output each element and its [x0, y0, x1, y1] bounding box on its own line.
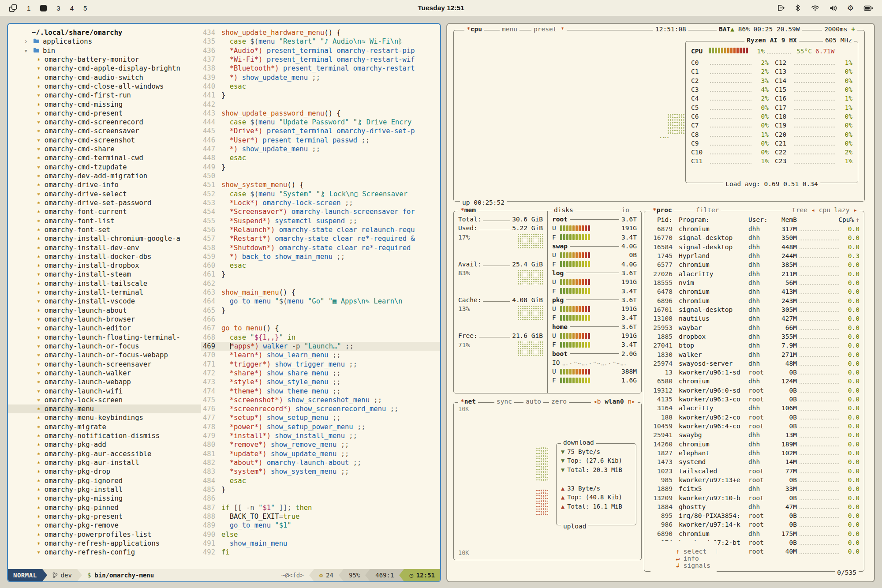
code-line-492[interactable]: 492fi: [201, 548, 440, 557]
tree-item-omarchy-pkg-pinned[interactable]: ∗omarchy-pkg-pinned: [8, 503, 201, 512]
process-row-27026[interactable]: 27026alacrittydhh211M0.0: [649, 270, 860, 278]
tree-item-omarchy-cmd-tzupdate[interactable]: ∗omarchy-cmd-tzupdate: [8, 163, 201, 172]
tree-item-omarchy-pkg-aur-accessible[interactable]: ∗omarchy-pkg-aur-accessible: [8, 449, 201, 458]
process-row-6478[interactable]: 6478chromiumdhh413M0.0: [649, 287, 860, 296]
code-line-475[interactable]: 475 *screenshot*) show_screenshot_menu ;…: [201, 396, 440, 404]
volume-icon[interactable]: [829, 4, 837, 12]
tree-item-omarchy-install-steam[interactable]: ∗omarchy-install-steam: [8, 270, 201, 279]
code-line-463[interactable]: 463show_main_menu() {: [201, 288, 440, 297]
tree-item-omarchy-launch-or-focus-webapp[interactable]: ∗omarchy-launch-or-focus-webapp: [8, 351, 201, 360]
code-line-470[interactable]: 470 *learn*) show_learn_menu ;;: [201, 351, 440, 360]
process-row-6879[interactable]: 6879chromiumdhh317M0.0: [649, 225, 860, 233]
tree-item-omarchy-launch-wifi[interactable]: ∗omarchy-launch-wifi: [8, 387, 201, 396]
tree-item-omarchy-launch-or-focus[interactable]: ∗omarchy-launch-or-focus: [8, 342, 201, 351]
process-row-986[interactable]: 986kworker/u97:14-kroot0B0.0: [649, 520, 860, 529]
code-line-466[interactable]: 466: [201, 315, 440, 324]
code-line-458[interactable]: 458 *Shutdown*) omarchy-state clear re*-…: [201, 243, 440, 252]
tree-item-omarchy-pkg-ignored[interactable]: ∗omarchy-pkg-ignored: [8, 476, 201, 485]
process-row-13[interactable]: 13kworker/u96:1-sdroot0B0.0: [649, 368, 860, 377]
tree-item-omarchy-font-set[interactable]: ∗omarchy-font-set: [8, 225, 201, 234]
code-line-462[interactable]: 462: [201, 279, 440, 288]
process-row-6890[interactable]: 6890chromiumdhh175M0.0: [649, 529, 860, 538]
tree-item-omarchy-font-list[interactable]: ∗omarchy-font-list: [8, 217, 201, 225]
tree-item-omarchy-refresh-applications[interactable]: ∗omarchy-refresh-applications: [8, 539, 201, 548]
process-row-895[interactable]: 895irq/80-PIXA3854:root0B0.0: [649, 511, 860, 520]
process-row-3164[interactable]: 3164alacrittydhh106M0.0: [649, 404, 860, 412]
tree-item-omarchy-pkg-drop[interactable]: ∗omarchy-pkg-drop: [8, 467, 201, 476]
process-row-1473[interactable]: 1473systemddhh14M0.0: [649, 457, 860, 466]
tree-item-omarchy-drive-set-password[interactable]: ∗omarchy-drive-set-password: [8, 198, 201, 207]
code-line-480[interactable]: 480 *remove*) show_remove_menu ;;: [201, 440, 440, 449]
proc-filter[interactable]: filter: [694, 206, 721, 213]
code-line-447[interactable]: 447 *) show_update_menu ;;: [201, 145, 440, 154]
tree-item-omarchy-cmd-screenshot[interactable]: ∗omarchy-cmd-screenshot: [8, 136, 201, 145]
tree-item-omarchy-notification-dismiss[interactable]: ∗omarchy-notification-dismiss: [8, 431, 201, 440]
code-line-483[interactable]: 483 *system*) show_system_menu ;;: [201, 467, 440, 476]
code-line-454[interactable]: 454 *Screensaver*) omarchy-launch-screen…: [201, 207, 440, 216]
process-row-1023[interactable]: 1023tailscaledroot77M0.0: [649, 466, 860, 475]
code-line-465[interactable]: 465}: [201, 306, 440, 315]
tree-item-omarchy-install-chromium-google-a[interactable]: ∗omarchy-install-chromium-google-a: [8, 234, 201, 243]
tree-item-omarchy-pkg-install[interactable]: ∗omarchy-pkg-install: [8, 485, 201, 494]
code-line-468[interactable]: 468 case "${1,,}" in: [201, 333, 440, 342]
stacked-windows-icon[interactable]: [9, 4, 17, 12]
mem-title[interactable]: *mem: [458, 206, 478, 213]
process-row-25953[interactable]: 25953waybardhh66M0.0: [649, 323, 860, 332]
tree-item-omarchy-launch-about[interactable]: ∗omarchy-launch-about: [8, 306, 201, 315]
battery-icon[interactable]: [863, 4, 873, 12]
workspace-2-active[interactable]: [40, 5, 47, 11]
process-row-25974[interactable]: 25974swayosd-serverdhh48M0.0: [649, 359, 860, 368]
sort-arrow-icon[interactable]: ↑: [856, 216, 860, 223]
tree-item-omarchy-pkg-missing[interactable]: ∗omarchy-pkg-missing: [8, 494, 201, 503]
code-line-491[interactable]: 491 show_main_menu: [201, 539, 440, 548]
tree-item-omarchy-launch-browser[interactable]: ∗omarchy-launch-browser: [8, 315, 201, 324]
code-line-448[interactable]: 448 esac: [201, 154, 440, 162]
tree-item-omarchy-cmd-missing[interactable]: ∗omarchy-cmd-missing: [8, 100, 201, 109]
tree-folder-applications[interactable]: ›applications: [8, 37, 201, 46]
tree-item-omarchy-pkg-add[interactable]: ∗omarchy-pkg-add: [8, 440, 201, 449]
tree-item-omarchy-cmd-audio-switch[interactable]: ∗omarchy-cmd-audio-switch: [8, 73, 201, 82]
tree-item-omarchy-migrate[interactable]: ∗omarchy-migrate: [8, 423, 201, 431]
process-row-6577[interactable]: 6577chromiumdhh385M0.0: [649, 260, 860, 269]
process-row-19312[interactable]: 19312kworker/u96:0-sdroot0B0.0: [649, 386, 860, 395]
workspace-1[interactable]: 1: [27, 4, 30, 12]
process-row-16701[interactable]: 16701signal-desktopdhh305M0.0: [649, 305, 860, 314]
code-line-446[interactable]: 446 *User*) present_terminal passwd ;;: [201, 136, 440, 145]
code-line-486[interactable]: 486: [201, 494, 440, 503]
tree-item-omarchy-drive-info[interactable]: ∗omarchy-drive-info: [8, 180, 201, 189]
btop-tab-preset[interactable]: preset *: [531, 26, 567, 33]
workspace-3[interactable]: 3: [56, 4, 60, 12]
tree-item-omarchy-cmd-screensaver[interactable]: ∗omarchy-cmd-screensaver: [8, 127, 201, 135]
workspace-4[interactable]: 4: [70, 4, 74, 12]
process-row-13108[interactable]: 13108nautilusdhh427M0.0: [649, 314, 860, 323]
tree-item-omarchy-refresh-config[interactable]: ∗omarchy-refresh-config: [8, 548, 201, 557]
settings-gear-icon[interactable]: ⚙: [847, 4, 854, 12]
process-row-16584[interactable]: 16584signal-desktopdhh448M0.0: [649, 243, 860, 251]
code-line-474[interactable]: 474 *theme*) show_theme_menu ;;: [201, 387, 440, 396]
net-interface[interactable]: ◂b wlan0 n▸: [591, 398, 638, 405]
process-row-985[interactable]: 985kworker/u97:13+eroot0B0.0: [649, 476, 860, 484]
tree-item-omarchy-menu[interactable]: ∗omarchy-menu: [8, 404, 201, 413]
code-line-457[interactable]: 457 *Restart*) omarchy-state clear re*-r…: [201, 234, 440, 243]
code-line-440[interactable]: 440 esac: [201, 82, 440, 91]
tree-item-omarchy-install-docker-dbs[interactable]: ∗omarchy-install-docker-dbs: [8, 252, 201, 261]
tree-item-omarchy-pkg-aur-install[interactable]: ∗omarchy-pkg-aur-install: [8, 458, 201, 467]
tree-item-omarchy-install-vscode[interactable]: ∗omarchy-install-vscode: [8, 297, 201, 306]
tree-item-omarchy-cmd-first-run[interactable]: ∗omarchy-cmd-first-run: [8, 91, 201, 100]
code-line-445[interactable]: 445 *Drive*) present_terminal omarchy-dr…: [201, 127, 440, 135]
code-line-482[interactable]: 482 *about*) omarchy-launch-about ;;: [201, 458, 440, 467]
tree-item-omarchy-cmd-terminal-cwd[interactable]: ∗omarchy-cmd-terminal-cwd: [8, 154, 201, 162]
proc-title[interactable]: *proc: [650, 206, 674, 213]
code-line-444[interactable]: 444 case $(menu "Update Password" "⚷ Dri…: [201, 118, 440, 127]
tree-item-omarchy-font-current[interactable]: ∗omarchy-font-current: [8, 207, 201, 216]
code-line-437[interactable]: 437 *Wi-Fi*) present_terminal omarchy-re…: [201, 55, 440, 64]
code-line-450[interactable]: 450: [201, 172, 440, 180]
code-line-456[interactable]: 456 *Relaunch*) omarchy-state clear rela…: [201, 225, 440, 234]
logout-icon[interactable]: [777, 4, 785, 12]
tree-item-omarchy-cmd-close-all-windows[interactable]: ∗omarchy-cmd-close-all-windows: [8, 82, 201, 91]
tree-root[interactable]: ~/.local/share/omarchy: [8, 28, 201, 37]
git-branch[interactable]: dev: [47, 569, 77, 581]
tree-item-omarchy-install-dev-env[interactable]: ∗omarchy-install-dev-env: [8, 243, 201, 252]
tree-item-omarchy-battery-monitor[interactable]: ∗omarchy-battery-monitor: [8, 55, 201, 64]
tree-item-omarchy-cmd-share[interactable]: ∗omarchy-cmd-share: [8, 145, 201, 154]
